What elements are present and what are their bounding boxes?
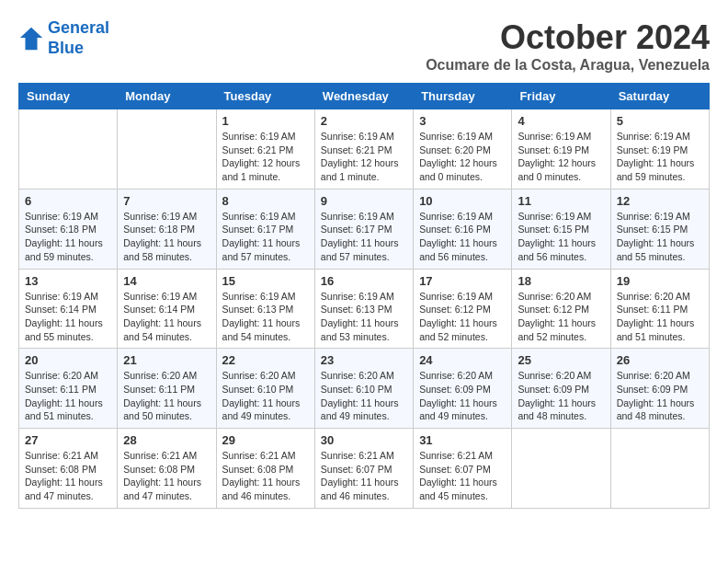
day-info: Sunrise: 6:21 AM Sunset: 6:07 PM Dayligh… bbox=[321, 449, 407, 503]
calendar-cell: 25Sunrise: 6:20 AM Sunset: 6:09 PM Dayli… bbox=[512, 349, 610, 429]
calendar-cell bbox=[118, 109, 216, 190]
day-number: 4 bbox=[518, 114, 604, 128]
day-number: 15 bbox=[222, 274, 309, 288]
calendar-cell: 21Sunrise: 6:20 AM Sunset: 6:11 PM Dayli… bbox=[118, 349, 216, 429]
calendar-cell: 11Sunrise: 6:19 AM Sunset: 6:15 PM Dayli… bbox=[512, 189, 610, 269]
day-info: Sunrise: 6:19 AM Sunset: 6:15 PM Dayligh… bbox=[617, 210, 703, 264]
calendar-week-row: 1Sunrise: 6:19 AM Sunset: 6:21 PM Daylig… bbox=[19, 109, 710, 190]
calendar-cell: 5Sunrise: 6:19 AM Sunset: 6:19 PM Daylig… bbox=[610, 109, 709, 190]
day-number: 23 bbox=[321, 353, 407, 367]
day-number: 7 bbox=[123, 194, 210, 208]
location: Ocumare de la Costa, Aragua, Venezuela bbox=[426, 57, 710, 74]
calendar-cell: 16Sunrise: 6:19 AM Sunset: 6:13 PM Dayli… bbox=[314, 269, 413, 349]
weekday-header: Friday bbox=[512, 84, 610, 109]
day-info: Sunrise: 6:19 AM Sunset: 6:18 PM Dayligh… bbox=[25, 210, 111, 264]
month-title: October 2024 bbox=[426, 18, 710, 57]
day-number: 30 bbox=[321, 433, 407, 447]
day-number: 1 bbox=[222, 114, 309, 128]
day-number: 26 bbox=[617, 353, 703, 367]
calendar-cell: 8Sunrise: 6:19 AM Sunset: 6:17 PM Daylig… bbox=[216, 189, 314, 269]
calendar-header: SundayMondayTuesdayWednesdayThursdayFrid… bbox=[19, 84, 710, 109]
day-info: Sunrise: 6:19 AM Sunset: 6:13 PM Dayligh… bbox=[321, 290, 407, 344]
day-info: Sunrise: 6:19 AM Sunset: 6:14 PM Dayligh… bbox=[123, 290, 210, 344]
day-number: 2 bbox=[321, 114, 407, 128]
svg-marker-0 bbox=[20, 27, 42, 49]
day-info: Sunrise: 6:19 AM Sunset: 6:12 PM Dayligh… bbox=[419, 290, 506, 344]
title-area: October 2024 Ocumare de la Costa, Aragua… bbox=[426, 18, 710, 74]
day-info: Sunrise: 6:19 AM Sunset: 6:19 PM Dayligh… bbox=[518, 130, 604, 184]
day-number: 16 bbox=[321, 274, 407, 288]
day-info: Sunrise: 6:19 AM Sunset: 6:21 PM Dayligh… bbox=[321, 130, 407, 184]
logo-text: General Blue bbox=[48, 18, 109, 58]
day-info: Sunrise: 6:20 AM Sunset: 6:10 PM Dayligh… bbox=[222, 369, 309, 423]
calendar-cell: 22Sunrise: 6:20 AM Sunset: 6:10 PM Dayli… bbox=[216, 349, 314, 429]
day-number: 17 bbox=[419, 274, 506, 288]
day-info: Sunrise: 6:19 AM Sunset: 6:18 PM Dayligh… bbox=[123, 210, 210, 264]
day-number: 24 bbox=[419, 353, 506, 367]
weekday-header-row: SundayMondayTuesdayWednesdayThursdayFrid… bbox=[19, 84, 710, 109]
calendar-cell bbox=[512, 429, 610, 509]
day-number: 20 bbox=[25, 353, 111, 367]
calendar-week-row: 13Sunrise: 6:19 AM Sunset: 6:14 PM Dayli… bbox=[19, 269, 710, 349]
day-info: Sunrise: 6:20 AM Sunset: 6:09 PM Dayligh… bbox=[518, 369, 604, 423]
day-info: Sunrise: 6:19 AM Sunset: 6:14 PM Dayligh… bbox=[25, 290, 111, 344]
day-info: Sunrise: 6:19 AM Sunset: 6:21 PM Dayligh… bbox=[222, 130, 309, 184]
calendar-cell: 2Sunrise: 6:19 AM Sunset: 6:21 PM Daylig… bbox=[314, 109, 413, 190]
day-number: 12 bbox=[617, 194, 703, 208]
day-info: Sunrise: 6:21 AM Sunset: 6:08 PM Dayligh… bbox=[25, 449, 111, 503]
day-number: 29 bbox=[222, 433, 309, 447]
calendar-cell: 10Sunrise: 6:19 AM Sunset: 6:16 PM Dayli… bbox=[414, 189, 512, 269]
calendar-cell: 18Sunrise: 6:20 AM Sunset: 6:12 PM Dayli… bbox=[512, 269, 610, 349]
calendar-cell: 30Sunrise: 6:21 AM Sunset: 6:07 PM Dayli… bbox=[314, 429, 413, 509]
calendar-cell: 14Sunrise: 6:19 AM Sunset: 6:14 PM Dayli… bbox=[118, 269, 216, 349]
day-number: 27 bbox=[25, 433, 111, 447]
day-number: 25 bbox=[518, 353, 604, 367]
logo-icon bbox=[18, 26, 44, 52]
calendar-cell: 17Sunrise: 6:19 AM Sunset: 6:12 PM Dayli… bbox=[414, 269, 512, 349]
calendar-cell: 13Sunrise: 6:19 AM Sunset: 6:14 PM Dayli… bbox=[19, 269, 118, 349]
day-info: Sunrise: 6:20 AM Sunset: 6:11 PM Dayligh… bbox=[25, 369, 111, 423]
day-info: Sunrise: 6:20 AM Sunset: 6:11 PM Dayligh… bbox=[123, 369, 210, 423]
calendar-cell: 27Sunrise: 6:21 AM Sunset: 6:08 PM Dayli… bbox=[19, 429, 118, 509]
day-info: Sunrise: 6:20 AM Sunset: 6:12 PM Dayligh… bbox=[518, 290, 604, 344]
day-number: 21 bbox=[123, 353, 210, 367]
weekday-header: Monday bbox=[118, 84, 216, 109]
calendar-cell: 12Sunrise: 6:19 AM Sunset: 6:15 PM Dayli… bbox=[610, 189, 709, 269]
calendar-cell: 20Sunrise: 6:20 AM Sunset: 6:11 PM Dayli… bbox=[19, 349, 118, 429]
calendar-cell: 1Sunrise: 6:19 AM Sunset: 6:21 PM Daylig… bbox=[216, 109, 314, 190]
calendar-cell: 23Sunrise: 6:20 AM Sunset: 6:10 PM Dayli… bbox=[314, 349, 413, 429]
calendar-cell bbox=[19, 109, 118, 190]
day-number: 6 bbox=[25, 194, 111, 208]
day-number: 22 bbox=[222, 353, 309, 367]
calendar-week-row: 27Sunrise: 6:21 AM Sunset: 6:08 PM Dayli… bbox=[19, 429, 710, 509]
day-info: Sunrise: 6:20 AM Sunset: 6:09 PM Dayligh… bbox=[419, 369, 506, 423]
day-info: Sunrise: 6:20 AM Sunset: 6:11 PM Dayligh… bbox=[617, 290, 703, 344]
calendar-cell: 19Sunrise: 6:20 AM Sunset: 6:11 PM Dayli… bbox=[610, 269, 709, 349]
calendar-cell: 24Sunrise: 6:20 AM Sunset: 6:09 PM Dayli… bbox=[414, 349, 512, 429]
day-info: Sunrise: 6:21 AM Sunset: 6:08 PM Dayligh… bbox=[222, 449, 309, 503]
calendar-cell bbox=[610, 429, 709, 509]
calendar-week-row: 6Sunrise: 6:19 AM Sunset: 6:18 PM Daylig… bbox=[19, 189, 710, 269]
weekday-header: Saturday bbox=[610, 84, 709, 109]
day-info: Sunrise: 6:20 AM Sunset: 6:10 PM Dayligh… bbox=[321, 369, 407, 423]
calendar-cell: 29Sunrise: 6:21 AM Sunset: 6:08 PM Dayli… bbox=[216, 429, 314, 509]
day-number: 28 bbox=[123, 433, 210, 447]
calendar-cell: 26Sunrise: 6:20 AM Sunset: 6:09 PM Dayli… bbox=[610, 349, 709, 429]
day-info: Sunrise: 6:20 AM Sunset: 6:09 PM Dayligh… bbox=[617, 369, 703, 423]
calendar-cell: 6Sunrise: 6:19 AM Sunset: 6:18 PM Daylig… bbox=[19, 189, 118, 269]
day-info: Sunrise: 6:21 AM Sunset: 6:08 PM Dayligh… bbox=[123, 449, 210, 503]
day-number: 18 bbox=[518, 274, 604, 288]
day-number: 19 bbox=[617, 274, 703, 288]
logo: General Blue bbox=[18, 18, 109, 58]
calendar-cell: 28Sunrise: 6:21 AM Sunset: 6:08 PM Dayli… bbox=[118, 429, 216, 509]
day-number: 31 bbox=[419, 433, 506, 447]
day-info: Sunrise: 6:19 AM Sunset: 6:13 PM Dayligh… bbox=[222, 290, 309, 344]
calendar-table: SundayMondayTuesdayWednesdayThursdayFrid… bbox=[18, 83, 710, 509]
day-info: Sunrise: 6:19 AM Sunset: 6:17 PM Dayligh… bbox=[321, 210, 407, 264]
calendar-week-row: 20Sunrise: 6:20 AM Sunset: 6:11 PM Dayli… bbox=[19, 349, 710, 429]
day-info: Sunrise: 6:21 AM Sunset: 6:07 PM Dayligh… bbox=[419, 449, 506, 503]
day-number: 3 bbox=[419, 114, 506, 128]
day-number: 13 bbox=[25, 274, 111, 288]
day-number: 9 bbox=[321, 194, 407, 208]
day-number: 14 bbox=[123, 274, 210, 288]
